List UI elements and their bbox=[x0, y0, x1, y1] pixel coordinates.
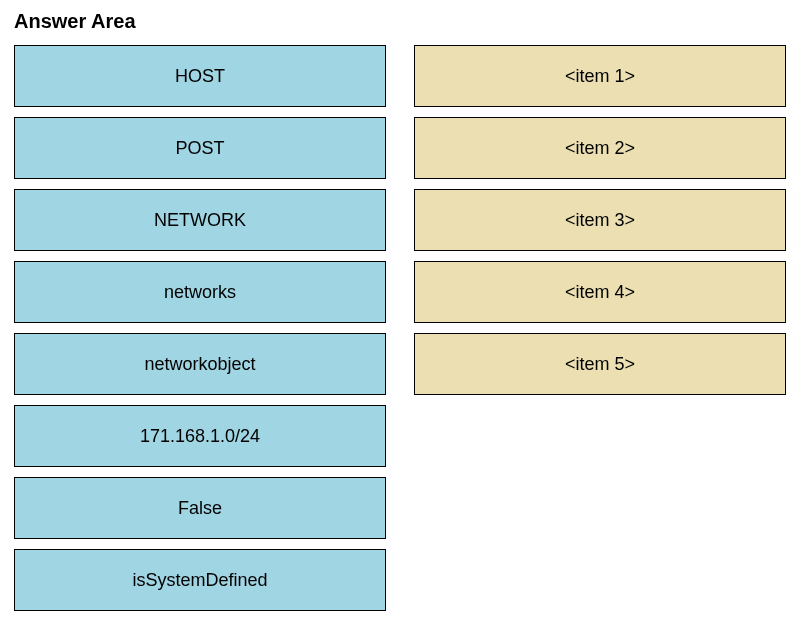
source-item[interactable]: 171.168.1.0/24 bbox=[14, 405, 386, 467]
target-column: <item 1> <item 2> <item 3> <item 4> <ite… bbox=[414, 45, 786, 611]
target-slot[interactable]: <item 3> bbox=[414, 189, 786, 251]
target-slot[interactable]: <item 4> bbox=[414, 261, 786, 323]
answer-grid: HOST POST NETWORK networks networkobject… bbox=[14, 45, 794, 611]
source-column: HOST POST NETWORK networks networkobject… bbox=[14, 45, 386, 611]
source-item[interactable]: POST bbox=[14, 117, 386, 179]
source-item[interactable]: NETWORK bbox=[14, 189, 386, 251]
source-item[interactable]: networkobject bbox=[14, 333, 386, 395]
target-slot[interactable]: <item 1> bbox=[414, 45, 786, 107]
page-title: Answer Area bbox=[14, 10, 794, 33]
source-item[interactable]: HOST bbox=[14, 45, 386, 107]
source-item[interactable]: networks bbox=[14, 261, 386, 323]
source-item[interactable]: False bbox=[14, 477, 386, 539]
target-slot[interactable]: <item 2> bbox=[414, 117, 786, 179]
source-item[interactable]: isSystemDefined bbox=[14, 549, 386, 611]
target-slot[interactable]: <item 5> bbox=[414, 333, 786, 395]
